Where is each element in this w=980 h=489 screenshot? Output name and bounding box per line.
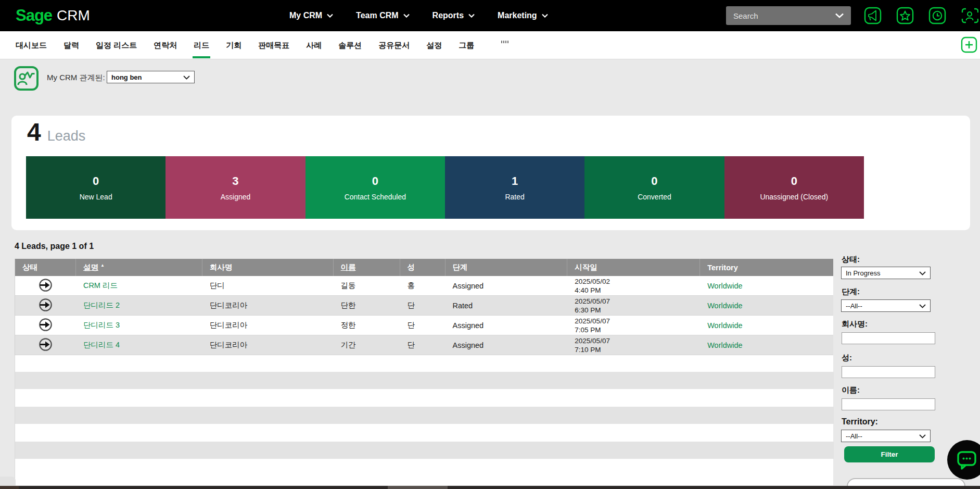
tab-label: 판매목표 [258,41,289,51]
empty-table-rows [15,355,833,485]
nav-reports[interactable]: Reports [432,11,475,20]
stage-box-assigned[interactable]: 3 Assigned [166,156,305,219]
column-header-opened[interactable]: 시작일 [567,259,700,276]
filter-status-select[interactable]: In Progress [841,267,931,279]
description-cell: 단디리드 3 [76,316,202,335]
stage-box-new-lead[interactable]: 0 New Lead [26,156,166,219]
column-header-status[interactable]: 상태 [15,259,76,276]
filter-stage-value: --All-- [846,302,919,310]
chevron-down-icon [919,431,926,441]
tab-label: 리드 [194,41,209,51]
territory-cell: Worldwide [700,296,833,315]
company-cell: 단디코리아 [202,296,334,315]
chat-help-button[interactable] [947,440,980,480]
tab-cases[interactable]: 사례 [306,31,322,59]
go-arrow-icon[interactable] [39,337,53,353]
nav-marketing[interactable]: Marketing [498,11,548,20]
tab-list: 대시보드 달력 일정 리스트 연락처 리드 기회 판매목표 사례 솔루션 공유문… [0,31,980,59]
chevron-down-icon [468,14,475,18]
tab-solutions[interactable]: 솔루션 [338,31,362,59]
territory-link[interactable]: Worldwide [707,302,742,310]
status-cell [15,276,76,295]
tab-calendar[interactable]: 달력 [63,31,79,59]
stage-box-contact-scheduled[interactable]: 0 Contact Scheduled [306,156,445,219]
filter-last-name-input[interactable] [842,366,935,378]
search-scope-chevron-icon[interactable] [835,11,844,20]
lead-link[interactable]: 단디리드 3 [83,320,120,330]
filter-status-label: 상태: [842,255,860,265]
add-new-plus-icon[interactable] [961,36,977,53]
first-name-cell: 단한 [334,296,400,315]
filter-territory-select[interactable]: --All-- [841,430,931,442]
recent-clock-icon[interactable] [928,7,946,24]
my-crm-people-icon [14,66,39,91]
stage-label: New Lead [80,193,112,201]
stage-value: 0 [372,174,378,188]
table-row: CRM 리드 단디 길동 홍 Assigned 2025/05/024:40 P… [15,276,833,296]
tab-label: 사례 [306,41,322,51]
last-name-cell: 단 [400,316,446,335]
tab-contacts[interactable]: 연락처 [154,31,177,59]
announcements-megaphone-icon[interactable] [864,7,882,24]
go-arrow-icon[interactable] [39,318,53,333]
profile-contact-icon[interactable] [961,7,978,24]
go-arrow-icon[interactable] [39,278,53,294]
nav-my-crm[interactable]: My CRM [289,11,333,20]
column-header-company[interactable]: 회사명 [202,259,334,276]
lead-link[interactable]: 단디리드 4 [83,340,120,350]
go-arrow-icon[interactable] [39,298,53,314]
nav-marketing-label: Marketing [498,11,537,20]
company-cell: 단디 [202,276,334,295]
stage-value: 3 [232,174,238,188]
tab-sales-targets[interactable]: 판매목표 [258,31,289,59]
territory-link[interactable]: Worldwide [707,282,742,290]
filter-company-input[interactable] [842,332,935,344]
stage-box-rated[interactable]: 1 Rated [445,156,584,219]
description-cell: CRM 리드 [76,276,202,295]
more-tabs-icon[interactable] [501,31,508,59]
chevron-down-icon [183,72,190,82]
tab-shared-documents[interactable]: 공유문서 [378,31,410,59]
nav-team-crm-label: Team CRM [356,11,399,20]
column-header-territory[interactable]: Territory [700,259,833,276]
territory-link[interactable]: Worldwide [707,341,742,349]
my-crm-user-select[interactable]: hong ben [107,71,195,83]
column-label: 시작일 [575,262,597,272]
chevron-down-icon [919,268,926,278]
tab-schedule-list[interactable]: 일정 리스트 [96,31,137,59]
lead-link[interactable]: 단디리드 2 [83,300,120,310]
stage-cell: Assigned [445,316,567,335]
tab-leads-active[interactable]: 리드 [194,31,209,59]
column-label: 설명 [83,262,98,272]
stage-box-converted[interactable]: 0 Converted [584,156,724,219]
column-header-last-name[interactable]: 성 [400,259,446,276]
nav-reports-label: Reports [432,11,464,20]
chat-bubble-icon [955,448,979,472]
filter-button[interactable]: Filter [844,446,935,462]
sage-crm-logo[interactable]: Sage CRM [16,0,90,31]
tab-label: 연락처 [154,41,177,51]
column-header-first-name[interactable]: 이름 [334,259,400,276]
tab-label: 대시보드 [16,41,47,51]
nav-team-crm[interactable]: Team CRM [356,11,410,20]
favorites-star-icon[interactable] [896,7,914,24]
filter-stage-select[interactable]: --All-- [841,299,931,312]
column-header-description[interactable]: 설명▲ [76,259,202,276]
opened-date: 2025/05/07 [575,297,610,306]
stage-box-unassigned-closed[interactable]: 0 Unassigned (Closed) [724,156,864,219]
tab-settings[interactable]: 설정 [426,31,442,59]
stage-label: Assigned [221,193,251,201]
filter-first-name-input[interactable] [842,398,935,410]
column-header-stage[interactable]: 단계 [446,259,568,276]
territory-link[interactable]: Worldwide [707,321,742,330]
stage-cell: Assigned [445,276,567,295]
status-cell [15,296,76,315]
brand-crm: CRM [57,7,90,24]
tab-dashboard[interactable]: 대시보드 [16,31,47,59]
tab-groups[interactable]: 그룹 [459,31,474,59]
lead-link[interactable]: CRM 리드 [83,281,118,291]
opened-cell: 2025/05/077:05 PM [567,316,700,335]
first-name-cell: 정한 [334,316,400,335]
tab-opportunities[interactable]: 기회 [226,31,241,59]
search-input[interactable]: Search [726,6,851,25]
